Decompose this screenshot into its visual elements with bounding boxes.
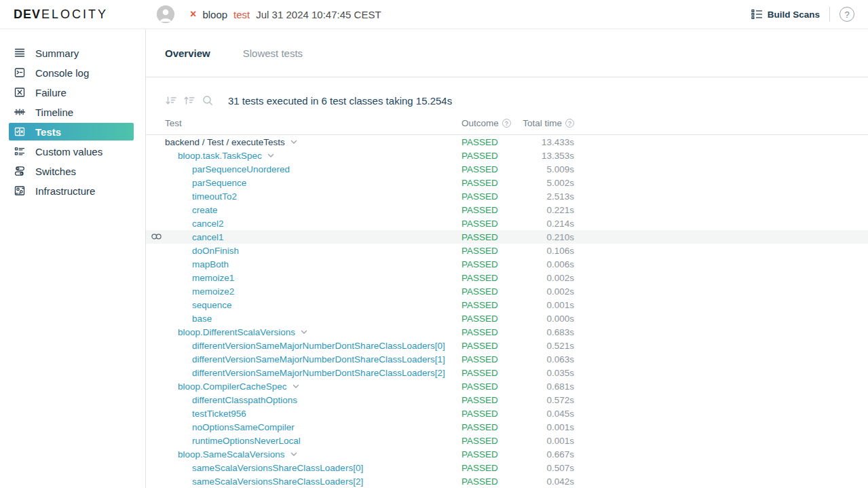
table-row[interactable]: base PASSED 0.000s <box>146 312 868 325</box>
test-name-link[interactable]: runtimeOptionsNeverLocal <box>192 436 301 446</box>
outcome-value: PASSED <box>461 151 518 161</box>
test-name-link[interactable]: cancel1 <box>192 232 224 242</box>
chevron-down-icon[interactable] <box>267 153 274 158</box>
sidebar-item-console-log[interactable]: Console log <box>9 64 134 81</box>
test-name-link[interactable]: cancel2 <box>192 219 224 229</box>
test-name-link[interactable]: sameScalaVersionsShareClassLoaders[2] <box>192 476 363 487</box>
test-name-link[interactable]: sequence <box>192 300 232 310</box>
link-icon[interactable] <box>151 232 162 243</box>
sort-ascending-icon[interactable] <box>183 94 195 107</box>
test-name-link[interactable]: base <box>192 314 212 324</box>
test-results-table: backend / Test / executeTests PASSED 13.… <box>146 135 868 488</box>
sidebar-item-summary[interactable]: Summary <box>9 44 134 62</box>
sidebar-item-label: Timeline <box>35 107 73 118</box>
sidebar-item-failure[interactable]: Failure <box>9 83 134 101</box>
total-time-value: 0.002s <box>518 286 574 297</box>
table-row[interactable]: memoize2 PASSED 0.002s <box>146 284 868 298</box>
sidebar-item-label: Custom values <box>35 146 102 157</box>
tab-slowest-tests[interactable]: Slowest tests <box>243 48 303 59</box>
table-row[interactable]: noOptionsSameCompiler PASSED 0.001s <box>146 420 868 434</box>
table-row[interactable]: differentVersionSameMajorNumberDontShare… <box>146 339 868 352</box>
test-name-link[interactable]: bloop.DifferentScalaVersions <box>178 327 295 337</box>
outcome-value: PASSED <box>461 273 518 283</box>
table-row[interactable]: timeoutTo2 PASSED 2.513s <box>146 189 868 203</box>
test-name-link[interactable]: differentVersionSameMajorNumberDontShare… <box>192 341 445 351</box>
test-name-link[interactable]: doOnFinish <box>192 246 239 256</box>
total-time-value: 13.353s <box>518 151 574 161</box>
test-name-link[interactable]: mapBoth <box>192 259 229 269</box>
test-name-link[interactable]: testTicket956 <box>192 409 246 419</box>
test-name-link[interactable]: create <box>192 205 218 215</box>
build-timestamp: Jul 31 2024 10:47:45 CEST <box>256 9 381 20</box>
test-name-link[interactable]: differentVersionSameMajorNumberDontShare… <box>192 354 445 364</box>
table-row[interactable]: backend / Test / executeTests PASSED 13.… <box>146 135 868 149</box>
total-time-value: 5.009s <box>518 164 574 174</box>
develocity-logo[interactable]: DEVELOCITY <box>14 7 108 22</box>
table-row[interactable]: differentVersionSameMajorNumberDontShare… <box>146 366 868 379</box>
table-row[interactable]: sequence PASSED 0.001s <box>146 298 868 312</box>
test-name-link[interactable]: parSequence <box>192 178 246 188</box>
search-icon[interactable] <box>202 94 214 107</box>
sidebar-item-switches[interactable]: Switches <box>9 162 134 180</box>
table-row[interactable]: parSequenceUnordered PASSED 5.009s <box>146 162 868 176</box>
test-name-link[interactable]: bloop.task.TaskSpec <box>178 151 262 161</box>
table-row[interactable]: cancel2 PASSED 0.214s <box>146 217 868 230</box>
test-name-link[interactable]: memoize2 <box>192 286 234 297</box>
sidebar-item-label: Infrastructure <box>35 185 95 197</box>
table-row[interactable]: sameScalaVersionsShareClassLoaders[0] PA… <box>146 461 868 474</box>
test-name-link[interactable]: parSequenceUnordered <box>192 164 290 174</box>
project-name[interactable]: bloop <box>202 9 227 20</box>
tab-overview[interactable]: Overview <box>165 48 210 59</box>
table-row[interactable]: doOnFinish PASSED 0.106s <box>146 244 868 257</box>
sidebar-item-custom-values[interactable]: Custom values <box>9 143 134 160</box>
sidebar-item-tests[interactable]: Tests <box>9 123 134 140</box>
column-header-total-time[interactable]: Total time ? <box>518 118 574 128</box>
chevron-down-icon[interactable] <box>290 452 297 457</box>
test-name-link[interactable]: sameScalaVersionsShareClassLoaders[0] <box>192 463 363 473</box>
test-name-link[interactable]: bloop.CompilerCacheSpec <box>178 381 287 392</box>
table-row[interactable]: parSequence PASSED 5.002s <box>146 176 868 189</box>
sidebar-item-infrastructure[interactable]: Infrastructure <box>9 182 134 200</box>
test-name-link[interactable]: noOptionsSameCompiler <box>192 422 295 432</box>
column-header-test[interactable]: Test <box>165 118 461 128</box>
table-row[interactable]: create PASSED 0.221s <box>146 203 868 217</box>
test-name-link[interactable]: timeoutTo2 <box>192 191 237 202</box>
outcome-value: PASSED <box>461 137 518 147</box>
help-icon[interactable]: ? <box>839 7 854 22</box>
sidebar-item-timeline[interactable]: Timeline <box>9 103 134 121</box>
table-row[interactable]: mapBoth PASSED 0.006s <box>146 257 868 271</box>
table-row[interactable]: bloop.DifferentScalaVersions PASSED 0.68… <box>146 325 868 339</box>
table-row[interactable]: bloop.CompilerCacheSpec PASSED 0.681s <box>146 379 868 393</box>
table-row[interactable]: memoize1 PASSED 0.002s <box>146 271 868 284</box>
total-time-help-icon[interactable]: ? <box>565 119 574 128</box>
table-row[interactable]: runtimeOptionsNeverLocal PASSED 0.001s <box>146 434 868 447</box>
custom-values-icon <box>14 145 26 157</box>
table-row[interactable]: bloop.task.TaskSpec PASSED 13.353s <box>146 149 868 162</box>
table-row[interactable]: differentVersionSameMajorNumberDontShare… <box>146 352 868 366</box>
sort-descending-icon[interactable] <box>165 94 177 107</box>
table-row[interactable]: testTicket956 PASSED 0.045s <box>146 407 868 420</box>
chevron-down-icon[interactable] <box>290 140 297 145</box>
task-name[interactable]: test <box>233 9 250 20</box>
chevron-down-icon[interactable] <box>301 330 307 335</box>
outcome-help-icon[interactable]: ? <box>502 119 511 128</box>
table-row[interactable]: cancel1 PASSED 0.210s <box>146 230 868 244</box>
table-row[interactable]: bloop.SameScalaVersions PASSED 0.667s <box>146 447 868 461</box>
avatar[interactable] <box>157 5 174 23</box>
test-name-link[interactable]: differentVersionSameMajorNumberDontShare… <box>192 368 445 378</box>
test-name-link[interactable]: backend / Test / executeTests <box>165 137 285 147</box>
table-row[interactable]: differentClasspathOptions PASSED 0.572s <box>146 393 868 407</box>
column-header-outcome[interactable]: Outcome ? <box>461 118 518 128</box>
test-name-link[interactable]: bloop.SameScalaVersions <box>178 449 285 459</box>
user-silhouette-icon <box>157 5 174 23</box>
switches-icon <box>14 165 26 177</box>
build-scans-link[interactable]: Build Scans <box>751 9 820 20</box>
console-icon <box>14 67 26 79</box>
chevron-down-icon[interactable] <box>293 384 299 389</box>
sidebar-item-label: Console log <box>35 67 89 79</box>
outcome-value: PASSED <box>461 314 518 324</box>
total-time-value: 0.214s <box>518 219 574 229</box>
test-name-link[interactable]: memoize1 <box>192 273 234 283</box>
test-name-link[interactable]: differentClasspathOptions <box>192 395 297 405</box>
table-row[interactable]: sameScalaVersionsShareClassLoaders[2] PA… <box>146 474 868 488</box>
